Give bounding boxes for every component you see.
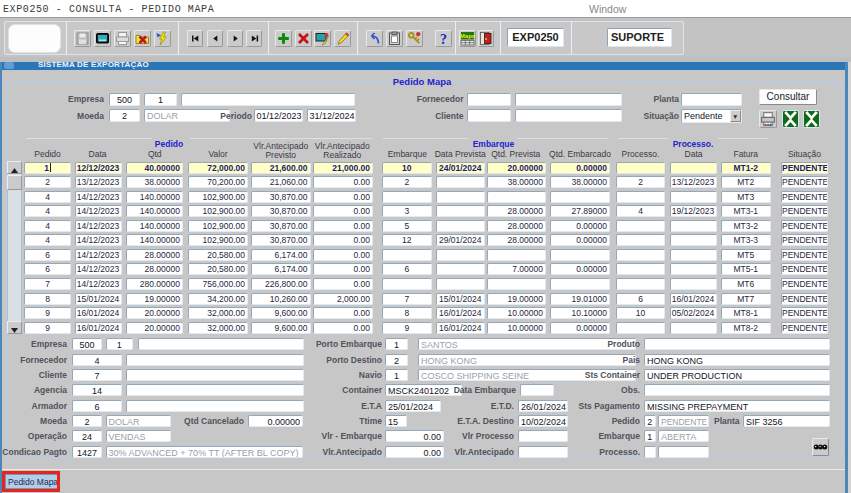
svg-text:Mapa: Mapa xyxy=(460,33,475,39)
svg-text:?: ? xyxy=(440,32,447,46)
